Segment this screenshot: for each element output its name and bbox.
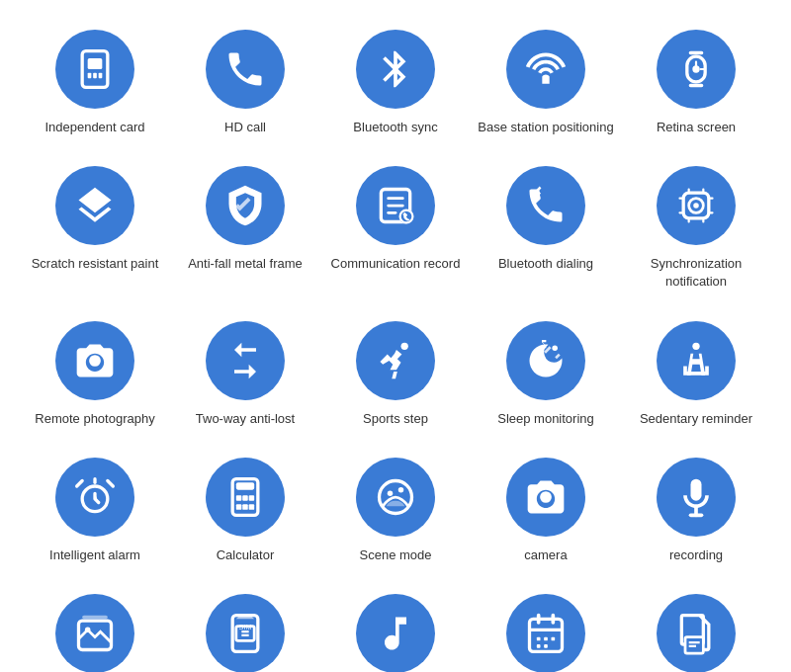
svg-rect-24: [236, 495, 242, 501]
svg-rect-25: [242, 495, 248, 501]
svg-rect-23: [236, 482, 254, 489]
feature-item-anti-fall: Anti-fall metal frame: [170, 156, 320, 300]
intelligent-alarm-label: Intelligent alarm: [49, 546, 140, 564]
scene-mode-label: Scene mode: [360, 546, 432, 564]
play-music-icon: [356, 594, 435, 672]
svg-rect-1: [88, 58, 103, 69]
retina-screen-label: Retina screen: [657, 119, 736, 136]
svg-rect-26: [249, 495, 254, 501]
base-station-icon: [506, 30, 585, 109]
feature-item-remote-photo: Remote pho­tography: [20, 311, 170, 438]
feature-item-scene-mode: Scene mode: [320, 448, 471, 574]
independent-card-icon: [55, 30, 134, 109]
retina-screen-icon: [657, 30, 736, 109]
feature-item-sync-notification: Synchronization notification: [621, 156, 771, 300]
hd-call-label: HD call: [224, 119, 266, 136]
recording-icon: [657, 458, 736, 537]
feature-item-sports-step: Sports step: [320, 311, 471, 438]
feature-item-retina-screen: Retina screen: [621, 20, 771, 146]
feature-item-play-music: play music: [320, 584, 471, 672]
feature-item-independent-card: Independent card: [20, 20, 170, 146]
calendar-icon: [506, 594, 585, 672]
intelligent-alarm-icon: [55, 458, 134, 537]
svg-point-36: [85, 628, 91, 633]
bluetooth-sync-label: Bluetooth sync: [353, 119, 437, 136]
svg-point-30: [388, 490, 394, 496]
svg-rect-48: [544, 637, 548, 641]
independent-card-label: Independent card: [44, 119, 144, 136]
svg-rect-28: [242, 504, 248, 509]
bluetooth-dialing-icon: [506, 166, 585, 245]
feature-item-recording: recording: [621, 448, 771, 574]
svg-rect-29: [249, 504, 254, 509]
base-station-label: Base station positioning: [478, 119, 613, 136]
feature-item-communication-record: Communication record: [320, 156, 471, 300]
svg-rect-49: [552, 637, 556, 641]
svg-rect-47: [537, 637, 541, 641]
svg-text:SIM: SIM: [239, 623, 252, 631]
camera-icon: [506, 458, 585, 537]
scratch-resistant-icon: [55, 166, 134, 245]
calculator-label: Calculator: [217, 546, 275, 564]
sleep-monitoring-icon: [506, 321, 585, 400]
sleep-monitoring-label: Sleep monitoring: [497, 410, 594, 428]
two-way-label: Two-way anti-lost: [196, 410, 295, 428]
feature-item-bluetooth-sync: Bluetooth sync: [320, 20, 471, 146]
calculator-icon: [206, 458, 285, 537]
feature-item-camera: camera: [471, 448, 621, 574]
sedentary-label: Sedentary reminder: [640, 410, 752, 428]
remote-photo-label: Remote pho­tography: [35, 410, 154, 428]
sports-step-label: Sports step: [363, 410, 428, 428]
remote-photo-icon: [55, 321, 134, 400]
feature-item-calendar: calendar: [471, 584, 621, 672]
communication-record-label: Communication record: [331, 255, 461, 273]
sim-card-icon: SIM: [206, 594, 285, 672]
feature-item-two-way: Two-way anti-lost: [170, 311, 320, 438]
svg-rect-4: [99, 73, 103, 79]
svg-point-15: [693, 203, 699, 209]
feature-item-calculator: Calculator: [170, 448, 320, 574]
feature-item-sedentary: Sedentary reminder: [621, 311, 771, 438]
sync-notification-label: Synchronization notification: [626, 255, 766, 291]
feature-item-sim-card: SIM SIM card application: [170, 584, 320, 672]
svg-rect-50: [537, 644, 541, 648]
feature-item-document: Document management: [621, 584, 771, 672]
svg-point-17: [401, 342, 408, 349]
svg-point-31: [398, 487, 404, 493]
feature-item-sleep-monitoring: Sleep monitoring: [471, 311, 621, 438]
sedentary-icon: [657, 321, 736, 400]
svg-rect-32: [691, 478, 702, 500]
features-grid: Independent card HD call Bluetooth sync …: [20, 20, 771, 672]
bluetooth-dialing-label: Bluetooth dialing: [498, 255, 593, 273]
feature-item-scratch-resistant: Scratch resistant paint: [20, 156, 170, 300]
communication-record-icon: [356, 166, 435, 245]
svg-rect-51: [544, 644, 548, 648]
bluetooth-sync-icon: [356, 30, 435, 109]
anti-fall-label: Anti-fall metal frame: [188, 255, 303, 273]
feature-item-base-station: Base station positioning: [471, 20, 621, 146]
feature-item-hd-call: HD call: [170, 20, 320, 146]
anti-fall-icon: [206, 166, 285, 245]
recording-label: recording: [669, 546, 723, 564]
scene-mode-icon: [356, 458, 435, 537]
svg-rect-27: [236, 504, 242, 509]
hd-call-icon: [206, 30, 285, 109]
camera-label: camera: [524, 546, 567, 564]
scratch-resistant-label: Scratch resistant paint: [32, 255, 159, 273]
svg-point-18: [552, 345, 558, 351]
feature-item-album: Album: [20, 584, 170, 672]
sync-notification-icon: [657, 166, 736, 245]
album-icon: [55, 594, 134, 672]
svg-rect-3: [93, 73, 97, 79]
svg-rect-37: [82, 616, 108, 620]
feature-item-intelligent-alarm: Intelligent alarm: [20, 448, 170, 574]
two-way-icon: [206, 321, 285, 400]
svg-point-19: [692, 342, 699, 349]
svg-rect-2: [88, 73, 92, 79]
sports-step-icon: [356, 321, 435, 400]
document-icon: [657, 594, 736, 672]
feature-item-bluetooth-dialing: Bluetooth dialing: [471, 156, 621, 300]
svg-point-16: [104, 350, 111, 357]
